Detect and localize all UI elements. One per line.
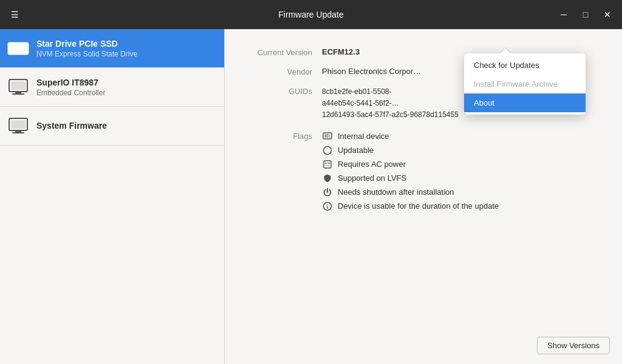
current-version-label: Current Version	[249, 47, 322, 57]
close-button[interactable]: ✕	[598, 5, 617, 24]
vendor-label: Vendor	[249, 67, 322, 76]
sidebar: Star Drive PCIe SSD NVM Express Solid St…	[0, 29, 225, 364]
svg-rect-14	[329, 135, 330, 136]
flags-row: Flags Internal device	[249, 131, 598, 212]
dropdown-arrow	[501, 49, 510, 53]
flag-internal-device: Internal device	[322, 131, 499, 142]
about-menu-item[interactable]: About	[464, 93, 586, 112]
ac-power-icon	[322, 159, 333, 170]
svg-point-20	[329, 163, 330, 164]
system-firmware-icon	[7, 115, 29, 137]
install-firmware-menu-item: Install Firmware Archive	[464, 75, 586, 93]
bottom-bar: Show Versions	[537, 337, 610, 354]
svg-rect-15	[329, 136, 330, 138]
lvfs-shield-icon	[322, 173, 333, 184]
ac-power-label: Requires AC power	[338, 160, 406, 169]
sidebar-item-system-firmware[interactable]: System Firmware	[0, 107, 224, 146]
superio-device-icon	[7, 76, 29, 98]
svg-point-19	[326, 163, 327, 164]
menu-button[interactable]: ☰	[5, 5, 24, 24]
svg-rect-2	[22, 46, 26, 47]
guids-label: GUIDs	[249, 86, 322, 96]
check-updates-menu-item[interactable]: Check for Updates	[464, 56, 586, 75]
flag-shutdown: Needs shutdown after installation	[322, 187, 499, 198]
minimize-button[interactable]: ─	[554, 5, 573, 24]
sidebar-item-superio[interactable]: SuperIO IT8987 Embedded Controller	[0, 68, 224, 107]
updatable-icon	[322, 145, 333, 156]
internal-device-icon	[322, 131, 333, 142]
svg-rect-10	[15, 130, 21, 132]
show-versions-button[interactable]: Show Versions	[537, 337, 610, 354]
star-drive-desc: NVM Express Solid State Drive	[36, 50, 217, 58]
flag-lvfs: Supported on LVFS	[322, 173, 499, 184]
internal-device-label: Internal device	[338, 132, 389, 141]
star-drive-name: Star Drive PCIe SSD	[36, 39, 217, 49]
svg-rect-6	[15, 92, 21, 93]
dropdown-container: Check for Updates Install Firmware Archi…	[464, 49, 586, 115]
flag-ac-power: Requires AC power	[322, 159, 499, 170]
star-drive-text: Star Drive PCIe SSD NVM Express Solid St…	[36, 39, 217, 58]
shutdown-label: Needs shutdown after installation	[338, 187, 454, 197]
ssd-device-icon	[7, 38, 29, 59]
flags-list: Internal device Updatable	[322, 131, 499, 212]
titlebar: ☰ Firmware Update ─ □ ✕	[0, 0, 622, 29]
lvfs-label: Supported on LVFS	[338, 174, 406, 183]
svg-rect-1	[10, 45, 21, 52]
svg-rect-11	[12, 132, 24, 133]
dropdown-menu: Check for Updates Install Firmware Archi…	[464, 53, 586, 115]
svg-rect-13	[324, 134, 329, 138]
detail-panel: Current Version ECFM12.3 Vendor Phison E…	[225, 29, 622, 364]
usable-during-update-label: Device is usable for the duration of the…	[338, 201, 499, 211]
flag-usable-during-update: i Device is usable for the duration of t…	[322, 201, 499, 212]
maximize-button[interactable]: □	[576, 5, 595, 24]
flags-label: Flags	[249, 131, 322, 141]
main-content: Star Drive PCIe SSD NVM Express Solid St…	[0, 29, 622, 364]
sidebar-item-star-drive[interactable]: Star Drive PCIe SSD NVM Express Solid St…	[0, 29, 224, 68]
window-title: Firmware Update	[278, 10, 343, 19]
svg-rect-5	[11, 81, 26, 90]
flag-updatable: Updatable	[322, 145, 499, 156]
info-circle-icon: i	[322, 201, 333, 212]
superio-text: SuperIO IT8987 Embedded Controller	[36, 78, 217, 97]
svg-point-16	[324, 146, 332, 154]
system-firmware-name: System Firmware	[36, 121, 217, 130]
superio-desc: Embedded Controller	[36, 89, 217, 97]
svg-rect-3	[22, 49, 26, 50]
shutdown-icon	[322, 187, 333, 198]
svg-rect-9	[11, 120, 26, 129]
superio-name: SuperIO IT8987	[36, 78, 217, 87]
updatable-label: Updatable	[338, 146, 374, 155]
system-firmware-text: System Firmware	[36, 121, 217, 132]
window-controls: ─ □ ✕	[554, 5, 617, 24]
svg-rect-7	[12, 93, 24, 95]
svg-text:i: i	[327, 204, 329, 210]
